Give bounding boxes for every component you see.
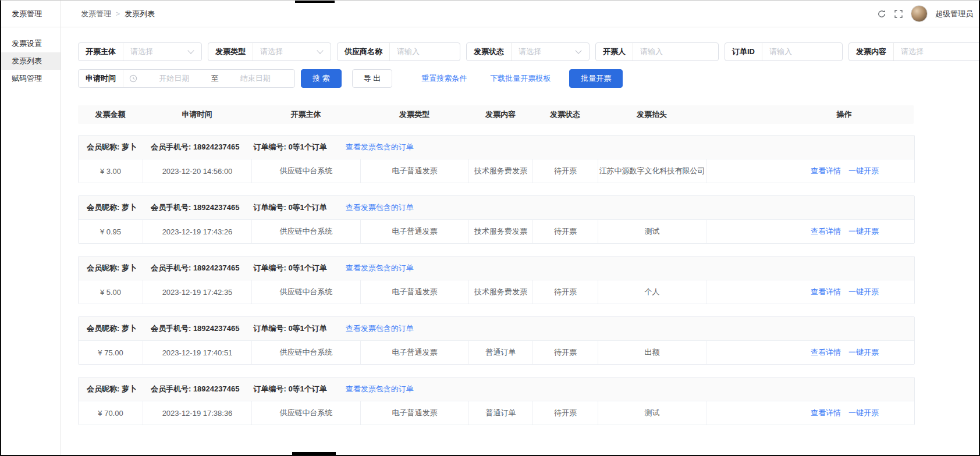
filter-supplier-input[interactable]: 供应商名称 请输入	[337, 42, 460, 61]
cell-actions: 查看详情 一键开票	[706, 341, 914, 364]
view-detail-link[interactable]: 查看详情	[811, 408, 841, 418]
invoice-group: 会员昵称: 萝卜 会员手机号: 18924237465 订单编号: 0等1个订单…	[78, 316, 915, 365]
sidebar-item-invoice-settings[interactable]: 发票设置	[1, 35, 61, 52]
filter-content-placeholder: 请选择	[901, 47, 979, 57]
bottom-scrollbar-thumb[interactable]	[292, 452, 336, 455]
one-click-invoice-link[interactable]: 一键开票	[848, 347, 879, 358]
cell-title: 出额	[598, 341, 706, 364]
fullscreen-icon[interactable]	[894, 9, 903, 19]
col-header-title: 发票抬头	[598, 105, 706, 124]
cell-subject: 供应链中台系统	[252, 341, 361, 364]
filter-issuer-placeholder: 请选择	[130, 47, 184, 57]
one-click-invoice-link[interactable]: 一键开票	[848, 408, 879, 418]
download-batch-template-link[interactable]: 下载批量开票模板	[490, 73, 551, 84]
invoice-group: 会员昵称: 萝卜 会员手机号: 18924237465 订单编号: 0等1个订单…	[78, 256, 915, 304]
order-number: 订单编号: 0等1个订单	[253, 202, 326, 213]
view-detail-link[interactable]: 查看详情	[811, 226, 841, 237]
breadcrumb-parent[interactable]: 发票管理	[81, 9, 111, 19]
cell-amount: ¥ 5.00	[79, 280, 143, 304]
member-nickname: 会员昵称: 萝卜	[87, 142, 137, 152]
filter-drawer-input[interactable]: 开票人 请输入	[595, 42, 719, 61]
one-click-invoice-link[interactable]: 一键开票	[848, 287, 879, 297]
filter-order-id-placeholder: 请输入	[769, 47, 835, 57]
cell-subject: 供应链中台系统	[252, 159, 361, 183]
invoice-group: 会员昵称: 萝卜 会员手机号: 18924237465 订单编号: 0等1个订单…	[78, 195, 915, 244]
cell-apply-time: 2023-12-19 17:43:26	[143, 220, 252, 243]
filters-row-1: 开票主体 请选择 发票类型 请选择 供应商名称 请输入 发票状态 请选择 开票人	[78, 42, 979, 61]
col-header-status: 发票状态	[532, 105, 598, 124]
cell-invoice-type: 电子普通发票	[361, 220, 469, 243]
col-header-subject: 开票主体	[251, 105, 360, 124]
sidebar-item-code-management[interactable]: 赋码管理	[1, 70, 61, 87]
chevron-down-icon	[187, 47, 194, 54]
cell-status: 待开票	[533, 280, 598, 304]
apply-time-range-picker[interactable]: 申请时间 开始日期 至 结束日期	[78, 69, 295, 88]
group-meta: 会员昵称: 萝卜 会员手机号: 18924237465 订单编号: 0等1个订单…	[79, 196, 914, 220]
order-number: 订单编号: 0等1个订单	[253, 142, 326, 152]
export-button[interactable]: 导 出	[352, 69, 393, 88]
cell-status: 待开票	[533, 159, 598, 183]
invoice-row: ¥ 75.00 2023-12-19 17:40:51 供应链中台系统 电子普通…	[79, 341, 914, 364]
search-button[interactable]: 搜 索	[301, 69, 342, 88]
cell-content: 技术服务费发票	[469, 159, 533, 183]
start-date-placeholder[interactable]: 开始日期	[141, 73, 208, 84]
cell-invoice-type: 电子普通发票	[361, 341, 469, 364]
group-meta: 会员昵称: 萝卜 会员手机号: 18924237465 订单编号: 0等1个订单…	[79, 136, 914, 159]
reset-search-link[interactable]: 重置搜索条件	[421, 73, 467, 84]
app-window: 发票管理 发票设置 发票列表 赋码管理 发票管理 > 发票列表 超级管理员	[0, 0, 980, 456]
filter-status-select[interactable]: 发票状态 请选择	[466, 42, 590, 61]
cell-amount: ¥ 3.00	[79, 159, 143, 183]
sidebar-item-invoice-list[interactable]: 发票列表	[1, 52, 61, 70]
cell-status: 待开票	[533, 401, 598, 425]
filter-issuer-select[interactable]: 开票主体 请选择	[78, 42, 202, 61]
topbar-right: 超级管理员	[877, 5, 979, 22]
date-range-separator: 至	[211, 73, 219, 84]
end-date-placeholder[interactable]: 结束日期	[222, 73, 289, 84]
col-header-invoice-type: 发票类型	[360, 105, 468, 124]
member-nickname: 会员昵称: 萝卜	[87, 263, 137, 273]
view-detail-link[interactable]: 查看详情	[811, 347, 841, 358]
one-click-invoice-link[interactable]: 一键开票	[848, 226, 879, 237]
invoice-group: 会员昵称: 萝卜 会员手机号: 18924237465 订单编号: 0等1个订单…	[78, 135, 915, 183]
filter-invoice-type-select[interactable]: 发票类型 请选择	[208, 42, 331, 61]
view-included-orders-link[interactable]: 查看发票包含的订单	[346, 142, 414, 152]
cell-status: 待开票	[533, 341, 598, 364]
member-nickname: 会员昵称: 萝卜	[87, 202, 137, 213]
view-detail-link[interactable]: 查看详情	[811, 166, 841, 176]
member-phone: 会员手机号: 18924237465	[151, 323, 239, 334]
one-click-invoice-link[interactable]: 一键开票	[848, 166, 879, 176]
batch-invoice-button[interactable]: 批量开票	[569, 69, 623, 88]
member-nickname: 会员昵称: 萝卜	[87, 384, 137, 394]
filter-supplier-placeholder: 请输入	[397, 47, 453, 57]
group-meta: 会员昵称: 萝卜 会员手机号: 18924237465 订单编号: 0等1个订单…	[79, 317, 914, 341]
filter-content-select[interactable]: 发票内容 请选择	[848, 42, 979, 61]
cell-content: 普通订单	[469, 341, 533, 364]
table-header: 发票金额 申请时间 开票主体 发票类型 发票内容 发票状态 发票抬头 操作	[78, 105, 914, 124]
view-included-orders-link[interactable]: 查看发票包含的订单	[346, 323, 414, 334]
cell-invoice-type: 电子普通发票	[361, 401, 469, 425]
view-included-orders-link[interactable]: 查看发票包含的订单	[346, 202, 414, 213]
sidebar-title: 发票管理	[1, 1, 61, 27]
cell-actions: 查看详情 一键开票	[706, 220, 914, 243]
filter-drawer-placeholder: 请输入	[640, 47, 711, 57]
filter-order-id-input[interactable]: 订单ID 请输入	[725, 42, 843, 61]
refresh-icon[interactable]	[877, 9, 886, 19]
member-phone: 会员手机号: 18924237465	[151, 202, 239, 213]
user-avatar[interactable]	[911, 5, 928, 22]
cell-title: 测试	[598, 220, 706, 243]
top-scrollbar-thumb[interactable]	[295, 1, 335, 3]
view-included-orders-link[interactable]: 查看发票包含的订单	[346, 384, 414, 394]
cell-content: 技术服务费发票	[469, 280, 533, 304]
view-detail-link[interactable]: 查看详情	[811, 287, 841, 297]
apply-time-label: 申请时间	[79, 70, 123, 87]
cell-title: 江苏中源数字文化科技有限公司	[598, 159, 706, 183]
filter-drawer-label: 开票人	[596, 43, 633, 60]
topbar: 发票管理 > 发票列表 超级管理员	[61, 1, 979, 27]
invoice-row: ¥ 3.00 2023-12-20 14:56:00 供应链中台系统 电子普通发…	[79, 159, 914, 183]
col-header-actions: 操作	[706, 105, 914, 124]
user-name[interactable]: 超级管理员	[935, 9, 973, 19]
view-included-orders-link[interactable]: 查看发票包含的订单	[346, 263, 414, 273]
invoice-row: ¥ 0.95 2023-12-19 17:43:26 供应链中台系统 电子普通发…	[79, 220, 914, 243]
main-area: 发票管理 > 发票列表 超级管理员 开票主体 请选择	[61, 1, 979, 455]
member-phone: 会员手机号: 18924237465	[151, 263, 239, 273]
